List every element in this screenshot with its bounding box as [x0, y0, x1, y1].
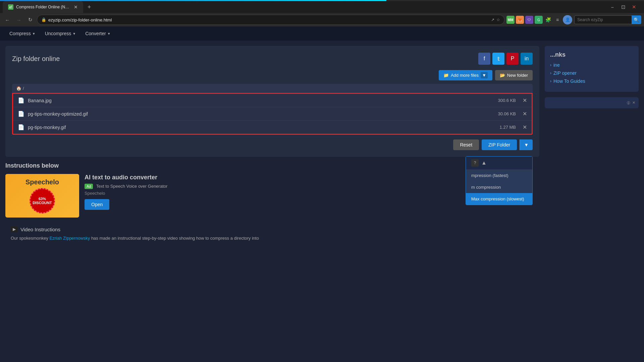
ext-icon-4[interactable]: G	[535, 16, 543, 24]
chevron-right-icon-1: ›	[550, 63, 551, 67]
nav-compress[interactable]: Compress ▼	[5, 29, 40, 38]
compression-fastest[interactable]: mpression (fastest)	[466, 170, 532, 181]
zip-dropdown-button[interactable]: ▼	[520, 139, 533, 150]
ad-close-button[interactable]: ✕	[632, 101, 635, 105]
title-bar: e! Compress Folder Online (No lim... ✕ +…	[0, 1, 644, 13]
video-link[interactable]: Ezriah Zippernowsky	[50, 236, 90, 241]
video-camera-icon: ▶	[11, 226, 18, 232]
sidebar-link-how-to-guides[interactable]: › How To Guides	[550, 78, 633, 84]
ext-icon-2[interactable]: 🦊	[516, 16, 524, 24]
file-size-3: 1.27 MB	[500, 125, 516, 130]
main-card: Zip folder online f 𝕥 P in 📁 Add more fi…	[5, 46, 539, 157]
linkedin-share-button[interactable]: in	[521, 53, 533, 65]
ad-info-icon: 🛈	[627, 101, 630, 105]
reload-button[interactable]: ↻	[25, 15, 35, 24]
share-icon[interactable]: ↗	[491, 17, 494, 22]
twitter-share-button[interactable]: 𝕥	[492, 53, 504, 65]
sidebar-link-zip-opener[interactable]: › ZIP opener	[550, 70, 633, 76]
video-section-title: ▶ Video Instructions	[11, 226, 534, 232]
forward-button[interactable]: →	[14, 15, 23, 24]
browser-chrome: e! Compress Folder Online (No lim... ✕ +…	[0, 0, 644, 26]
video-section: ▶ Video Instructions Our spokesmonkey Ez…	[5, 222, 539, 246]
chevron-right-icon-2: ›	[550, 71, 551, 75]
ext-icon-5[interactable]: 🧩	[544, 16, 552, 24]
file-size-1: 300.6 KB	[498, 98, 516, 103]
nav-converter[interactable]: Converter ▼	[81, 29, 114, 38]
video-description: Our spokesmonkey Ezriah Zippernowsky has…	[11, 235, 534, 242]
main-content: Zip folder online f 𝕥 P in 📁 Add more fi…	[5, 46, 539, 357]
action-bar: Reset ZIP Folder ▼ ? ▲ mpression (fastes…	[12, 139, 533, 150]
navigation-menu: Compress ▼ Uncompress ▼ Converter ▼	[0, 26, 644, 41]
close-window-button[interactable]: ✕	[629, 2, 639, 12]
search-bar[interactable]: 🔍	[574, 15, 641, 24]
file-icon-2: 📄	[18, 111, 24, 117]
browser-controls-bar: ← → ↻ 🔒 ezyzip.com/zip-folder-online.htm…	[0, 13, 644, 26]
search-input[interactable]	[577, 17, 630, 22]
pinterest-share-button[interactable]: P	[506, 53, 519, 65]
ad-brand-display: Speechelo	[25, 178, 59, 186]
uncompress-chevron-icon: ▼	[72, 32, 76, 36]
file-toolbar: 📁 Add more files ▼ 📂 New folder	[12, 70, 533, 80]
address-text: ezyzip.com/zip-folder-online.html	[48, 17, 489, 22]
file-delete-3[interactable]: ✕	[523, 125, 527, 130]
instructions-section: Instructions below Speechelo 63%DISCOUNT…	[5, 162, 539, 246]
converter-chevron-icon: ▼	[107, 32, 111, 36]
page-content: Zip folder online f 𝕥 P in 📁 Add more fi…	[0, 41, 644, 362]
file-delete-1[interactable]: ✕	[523, 98, 527, 103]
new-tab-button[interactable]: +	[85, 2, 94, 12]
ad-image: Speechelo 63%DISCOUNT	[5, 174, 79, 218]
search-button[interactable]: 🔍	[632, 15, 641, 24]
discount-badge: 63%DISCOUNT	[30, 188, 55, 214]
address-bar[interactable]: 🔒 ezyzip.com/zip-folder-online.html ↗ ☆	[37, 15, 504, 25]
sidebar: ...nks › ine › ZIP opener › How To Guide…	[545, 46, 639, 357]
add-files-dropdown-arrow[interactable]: ▼	[481, 72, 488, 78]
ext-icon-1[interactable]: MM	[506, 16, 515, 24]
sidebar-link-1[interactable]: › ine	[550, 62, 633, 68]
add-more-files-button[interactable]: 📁 Add more files ▼	[439, 70, 492, 80]
home-icon: 🏠	[16, 86, 21, 91]
minimize-button[interactable]: −	[608, 2, 617, 12]
zip-folder-button[interactable]: ZIP Folder	[482, 139, 517, 150]
instructions-title: Instructions below	[5, 162, 539, 169]
compress-chevron-icon: ▼	[32, 32, 36, 36]
sidebar-links-card: ...nks › ine › ZIP opener › How To Guide…	[545, 46, 639, 92]
new-folder-button[interactable]: 📂 New folder	[495, 70, 533, 80]
compression-slowest[interactable]: Max compression (slowest)	[466, 193, 532, 205]
compression-medium[interactable]: m compression	[466, 181, 532, 193]
ext-icon-3[interactable]: 🛡	[525, 16, 533, 24]
social-icons: f 𝕥 P in	[478, 53, 533, 65]
tab-favicon: e!	[8, 4, 13, 10]
facebook-share-button[interactable]: f	[478, 53, 490, 65]
breadcrumb: 🏠 /	[12, 84, 533, 93]
bookmark-icon[interactable]: ☆	[496, 17, 500, 22]
nav-uncompress[interactable]: Uncompress ▼	[41, 29, 80, 38]
reset-button[interactable]: Reset	[453, 139, 479, 150]
open-ad-button[interactable]: Open	[85, 199, 109, 210]
tab-close-button[interactable]: ✕	[74, 4, 78, 10]
ext-icon-6[interactable]: ≡	[553, 16, 561, 24]
compression-header: ? ▲	[466, 157, 532, 170]
file-icon-1: 📄	[18, 97, 24, 104]
up-arrow-icon: ▲	[481, 160, 487, 166]
sidebar-title: ...nks	[550, 51, 633, 58]
compression-dropdown: ? ▲ mpression (fastest) m compression Ma…	[466, 156, 533, 205]
file-row-3: 📄 pg-tips-monkey.gif 1.27 MB ✕	[13, 121, 532, 134]
add-files-icon: 📁	[443, 73, 449, 78]
file-name-3: pg-tips-monkey.gif	[28, 125, 496, 130]
chevron-right-icon-3: ›	[550, 79, 551, 83]
maximize-button[interactable]: ⊡	[619, 2, 628, 12]
file-list: 📄 Banana.jpg 300.6 KB ✕ 📄 pg-tips-monkey…	[12, 93, 533, 135]
file-delete-2[interactable]: ✕	[523, 111, 527, 117]
folder-icon: 📂	[500, 73, 505, 78]
back-button[interactable]: ←	[3, 15, 12, 24]
file-name-2: pg-tips-monkey-optimized.gif	[28, 111, 495, 117]
file-name-1: Banana.jpg	[28, 98, 495, 103]
user-avatar[interactable]: 👤	[563, 15, 572, 24]
page-title: Zip folder online	[12, 55, 60, 63]
lock-icon: 🔒	[41, 17, 46, 22]
help-icon[interactable]: ?	[471, 159, 479, 167]
active-tab[interactable]: e! Compress Folder Online (No lim... ✕	[3, 1, 83, 13]
file-icon-3: 📄	[18, 124, 24, 130]
sidebar-ad: 🛈 ✕	[545, 97, 639, 108]
extension-icons: MM 🦊 🛡 G 🧩 ≡ 👤	[506, 15, 572, 24]
